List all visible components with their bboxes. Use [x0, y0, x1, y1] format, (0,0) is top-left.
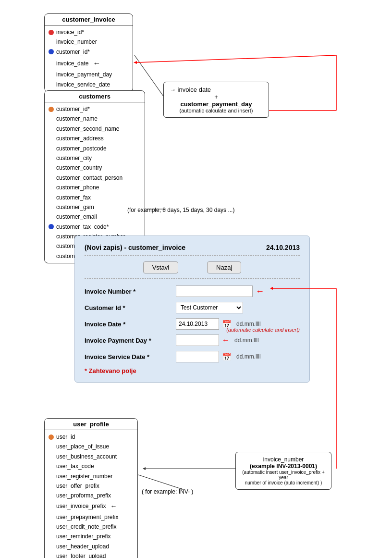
arrow-left-icon: ←	[93, 57, 100, 70]
invoice-date-label: Invoice Date *	[85, 321, 176, 328]
invoice-number-label: Invoice Number *	[85, 288, 176, 295]
up-field-reminder: user_reminder_prefix	[49, 532, 134, 541]
invoice-service-date-wrapper: 📅 dd.mm.llll	[176, 351, 261, 362]
up-field-business: user_business_account	[49, 452, 134, 461]
field-invoice-payment-day: invoice_payment_day	[49, 70, 129, 79]
annotation-invoice-number-box: invoice_number (example INV-2013-0001) (…	[235, 452, 331, 490]
ann2-line1: invoice_number	[241, 456, 326, 463]
customer-id-select[interactable]: Test Customer	[176, 302, 243, 313]
annotation-calc-box: → invoice date + customer_payment_day (a…	[163, 82, 269, 118]
cust-field-tax: customer_tax_code*	[49, 222, 141, 232]
user-profile-table: user_profile user_id user_place_of_issue…	[44, 418, 138, 558]
customer-invoice-title: customer_invoice	[45, 14, 133, 25]
days-annotation: (for example, 8 days, 15 days, 30 days .…	[127, 207, 234, 213]
service-date-format-hint: dd.mm.llll	[236, 353, 261, 360]
invoice-number-input[interactable]	[176, 285, 253, 297]
dot-empty3	[49, 72, 54, 77]
arrow-left-red-icon: ←	[256, 286, 264, 297]
up-field-header: user_header_upload	[49, 542, 134, 551]
ann2-line2: (example INV-2013-0001)	[241, 463, 326, 470]
arrow-left-payment-icon: ←	[222, 336, 230, 345]
form-date: 24.10.2013	[266, 244, 300, 251]
cust-field-city: customer_city	[49, 153, 141, 163]
customer-invoice-table: customer_invoice invoice_id* invoice_num…	[44, 13, 133, 92]
field-invoice-id: invoice_id*	[49, 27, 129, 37]
svg-marker-10	[143, 467, 146, 470]
invoice-number-row: Invoice Number * ←	[85, 285, 300, 297]
invoice-service-date-row: Invoice Service Date * 📅 dd.mm.llll	[85, 351, 300, 362]
cust-field-address: customer_address	[49, 134, 141, 143]
up-field-footer: user_footer_upload	[49, 551, 134, 558]
up-field-prepayment: user_prepayment_prefix	[49, 512, 134, 522]
nazaj-button[interactable]: Nazaj	[207, 261, 241, 273]
svg-marker-4	[134, 61, 137, 64]
svg-line-11	[138, 475, 183, 489]
cust-field-country: customer_country	[49, 163, 141, 173]
calendar2-icon[interactable]: 📅	[222, 352, 232, 361]
invoice-payment-day-input[interactable]	[176, 335, 219, 346]
up-field-proforma: user_proforma_prefix	[49, 491, 134, 500]
ann2-line4: number of invoice (auto increment) )	[241, 480, 326, 485]
dot-empty2	[49, 61, 54, 66]
cust-field-contact: customer_contact_person	[49, 173, 141, 183]
svg-line-3	[137, 55, 336, 62]
date-format-hint: dd.mm.llll	[236, 321, 261, 327]
dot-blue2-icon	[49, 224, 54, 229]
customers-title: customers	[45, 91, 145, 102]
dot-orange-icon	[49, 107, 54, 112]
form-panel: (Novi zapis) - customer_invoice 24.10.20…	[74, 236, 310, 383]
invoice-service-date-label: Invoice Service Date *	[85, 353, 176, 360]
ann2-line3: (automatic insert user_invoice_prefix + …	[241, 470, 326, 480]
user-profile-fields: user_id user_place_of_issue user_busines…	[45, 430, 137, 558]
dot-empty4	[49, 82, 54, 87]
field-invoice-date: invoice_date ←	[49, 57, 129, 70]
arrow-right-prefix-icon: ←	[110, 501, 117, 512]
prefix-annotation: ( for example: INV- )	[142, 488, 193, 495]
dot-red-icon	[49, 30, 54, 35]
up-field-register: user_register_number	[49, 471, 134, 481]
cust-field-email: customer_email	[49, 212, 141, 222]
up-field-invoice-prefix: user_invoice_prefix ←	[49, 501, 134, 512]
required-note: * Zahtevano polje	[85, 367, 300, 374]
form-title: (Novi zapis) - customer_invoice	[85, 244, 185, 251]
auto-calc-hint: (automatic calculate and insert)	[226, 327, 300, 333]
cust-field-id: customer_id*	[49, 104, 141, 114]
customer-id-row: Customer Id * Test Customer	[85, 302, 300, 313]
up-field-tax: user_tax_code	[49, 461, 134, 471]
invoice-payment-day-row: Invoice Payment Day * ← dd.mm.llll (auto…	[85, 335, 300, 346]
cust-field-fax: customer_fax	[49, 193, 141, 202]
field-invoice-service-date: invoice_service_date	[49, 80, 129, 89]
dot-blue-icon	[49, 49, 54, 54]
up-field-credit: user_credit_note_prefix	[49, 522, 134, 532]
customer-invoice-fields: invoice_id* invoice_number customer_id* …	[45, 25, 133, 91]
dot-empty	[49, 39, 54, 45]
vstavi-button[interactable]: Vstavi	[143, 261, 178, 273]
cust-field-postcode: customer_postcode	[49, 144, 141, 153]
cust-field-second-name: customer_second_name	[49, 124, 141, 134]
form-title-row: (Novi zapis) - customer_invoice 24.10.20…	[85, 244, 300, 256]
invoice-service-date-input[interactable]	[176, 351, 219, 362]
dot-orange2-icon	[49, 434, 54, 440]
invoice-date-input[interactable]	[176, 318, 219, 330]
cust-field-name: customer_name	[49, 114, 141, 124]
cust-field-phone: customer_phone	[49, 183, 141, 192]
invoice-payment-day-wrapper: ← dd.mm.llll	[176, 335, 259, 346]
customer-id-label: Customer Id *	[85, 304, 176, 311]
customer-id-select-wrapper: Test Customer	[176, 302, 243, 313]
invoice-payment-day-label: Invoice Payment Day *	[85, 337, 176, 344]
field-customer-id: customer_id*	[49, 47, 129, 57]
up-field-offer-prefix: user_offer_prefix	[49, 481, 134, 491]
user-profile-title: user_profile	[45, 419, 137, 430]
up-field-place: user_place_of_issue	[49, 442, 134, 451]
form-buttons: Vstavi Nazaj	[85, 261, 300, 279]
payment-format-hint: dd.mm.llll	[234, 337, 259, 344]
up-field-id: user_id	[49, 432, 134, 442]
annotation-arrow-right: → invoice date	[170, 86, 263, 93]
field-invoice-number: invoice_number	[49, 37, 129, 47]
